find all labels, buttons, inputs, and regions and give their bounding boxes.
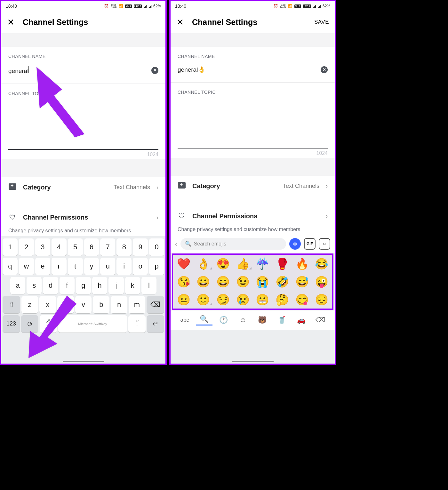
key-c[interactable]: c — [57, 296, 74, 313]
key-8[interactable]: 8 — [116, 238, 132, 256]
emoji-key[interactable]: ☺ — [21, 315, 38, 333]
save-button[interactable]: SAVE — [314, 19, 329, 25]
emoji-20[interactable]: 😬 — [253, 293, 272, 306]
key-x[interactable]: x — [39, 296, 56, 313]
close-icon[interactable]: ✕ — [7, 17, 14, 28]
numeric-key[interactable]: 123 — [3, 315, 20, 333]
key-w[interactable]: w — [19, 258, 34, 275]
backspace-icon[interactable]: ⌫ — [312, 316, 329, 324]
key-r[interactable]: r — [52, 258, 67, 275]
emoji-14[interactable]: 😅 — [293, 275, 311, 288]
key-a[interactable]: a — [10, 277, 25, 294]
emoji-15[interactable]: 😜 — [312, 275, 331, 288]
key-l[interactable]: l — [141, 277, 156, 294]
emoji-10[interactable]: 😄 — [214, 275, 232, 288]
clear-icon[interactable]: ✕ — [321, 66, 328, 73]
backspace-key[interactable]: ⌫ — [147, 296, 164, 313]
animal-cat-icon[interactable]: 🐻 — [254, 316, 271, 324]
emoji-21[interactable]: 🤔 — [273, 293, 292, 306]
channel-name-input[interactable]: general👌 — [178, 66, 317, 73]
key-e[interactable]: e — [35, 258, 50, 275]
emoji-2[interactable]: 😍 — [214, 257, 232, 270]
emoji-6[interactable]: 🔥 — [293, 257, 311, 270]
travel-cat-icon[interactable]: 🚗 — [293, 316, 310, 324]
search-cat-icon[interactable]: 🔍 — [196, 315, 213, 325]
emoji-back-icon[interactable]: ‹ — [175, 240, 177, 247]
food-cat-icon[interactable]: 🥤 — [273, 316, 290, 324]
emoji-17[interactable]: 🙂 — [194, 293, 213, 306]
key-k[interactable]: k — [125, 277, 140, 294]
gif-tab[interactable]: GIF — [304, 238, 316, 250]
key-0[interactable]: 0 — [149, 238, 164, 256]
emoji-search-input[interactable]: 🔍 Search emojis — [180, 238, 286, 250]
key-4[interactable]: 4 — [52, 238, 67, 256]
close-icon[interactable]: ✕ — [176, 17, 184, 28]
channel-topic-input[interactable] — [178, 97, 328, 149]
emoji-4[interactable]: ☔ — [253, 257, 272, 270]
emoji-1[interactable]: 👌 — [194, 257, 213, 270]
key-f[interactable]: f — [60, 277, 75, 294]
shift-key[interactable]: ⇧ — [3, 296, 20, 313]
channel-name-input[interactable]: general — [8, 66, 148, 75]
key-2[interactable]: 2 — [19, 238, 34, 256]
key-t[interactable]: t — [68, 258, 83, 275]
key-n[interactable]: n — [111, 296, 127, 313]
emoji-3[interactable]: 👍 — [234, 257, 252, 270]
category-row[interactable]: Category Text Channels › — [171, 176, 335, 197]
category-row[interactable]: Category Text Channels › — [1, 177, 165, 198]
lte-badge-2: LTE 2 — [134, 4, 142, 8]
emoji-8[interactable]: 😘 — [174, 275, 193, 288]
emoji-19[interactable]: 😢 — [234, 293, 252, 306]
smiley-cat-icon[interactable]: ☺ — [235, 316, 252, 324]
signal-icon-2: ◢ — [318, 4, 321, 8]
key-d[interactable]: d — [43, 277, 58, 294]
key-7[interactable]: 7 — [100, 238, 115, 256]
emoji-16[interactable]: 😐 — [174, 293, 193, 306]
key-m[interactable]: m — [129, 296, 145, 313]
key-u[interactable]: u — [100, 258, 115, 275]
key-9[interactable]: 9 — [133, 238, 148, 256]
clear-icon[interactable]: ✕ — [151, 67, 158, 74]
emoji-13[interactable]: 🤣 — [273, 275, 292, 288]
emoji-11[interactable]: 😉 — [234, 275, 252, 288]
key-g[interactable]: g — [76, 277, 91, 294]
channel-topic-input[interactable] — [8, 99, 158, 150]
key-s[interactable]: s — [27, 277, 42, 294]
recent-cat-icon[interactable]: 🕐 — [215, 316, 232, 324]
key-p[interactable]: p — [149, 258, 164, 275]
emoji-12[interactable]: 😭 — [253, 275, 272, 288]
sticker-tab[interactable]: ☺ — [319, 238, 330, 250]
key-o[interactable]: o — [133, 258, 148, 275]
key-b[interactable]: b — [93, 296, 109, 313]
emoji-23[interactable]: 😔 — [312, 293, 331, 306]
spacebar-key[interactable]: Microsoft SwiftKey — [58, 315, 127, 333]
emoji-keyboard[interactable]: ‹ 🔍 Search emojis ☺ GIF ☺ ❤️👌😍👍☔🥊🔥😂😘😀😄😉😭… — [171, 235, 335, 364]
abc-button[interactable]: abc — [176, 317, 193, 323]
emoji-5[interactable]: 🥊 — [273, 257, 292, 270]
period-key[interactable]: .!?. — [128, 315, 146, 333]
emoji-22[interactable]: 😋 — [293, 293, 311, 306]
emoji-0[interactable]: ❤️ — [174, 257, 193, 270]
emoji-18[interactable]: 😏 — [214, 293, 232, 306]
enter-key[interactable]: ↵ — [147, 315, 164, 333]
emoji-9[interactable]: 😀 — [194, 275, 213, 288]
key-1[interactable]: 1 — [3, 238, 18, 256]
emoji-7[interactable]: 😂 — [312, 257, 331, 270]
permissions-row[interactable]: 🛡 Channel Permissions › — [171, 206, 335, 226]
key-h[interactable]: h — [92, 277, 107, 294]
key-z[interactable]: z — [21, 296, 38, 313]
key-y[interactable]: y — [84, 258, 99, 275]
key-5[interactable]: 5 — [68, 238, 83, 256]
permissions-row[interactable]: 🛡 Channel Permissions › — [1, 207, 165, 228]
emoji-tab-smiley[interactable]: ☺ — [289, 238, 301, 250]
key-q[interactable]: q — [3, 258, 18, 275]
soft-keyboard[interactable]: 1234567890 qwertyuiop asdfghjkl ⇧ zxcvbn… — [1, 236, 165, 364]
key-i[interactable]: i — [116, 258, 132, 275]
key-6[interactable]: 6 — [84, 238, 99, 256]
comma-key[interactable]: 🎤, — [40, 315, 57, 333]
nav-handle[interactable] — [232, 361, 274, 362]
key-j[interactable]: j — [108, 277, 124, 294]
key-3[interactable]: 3 — [35, 238, 50, 256]
nav-handle[interactable] — [63, 361, 104, 362]
key-v[interactable]: v — [75, 296, 92, 313]
